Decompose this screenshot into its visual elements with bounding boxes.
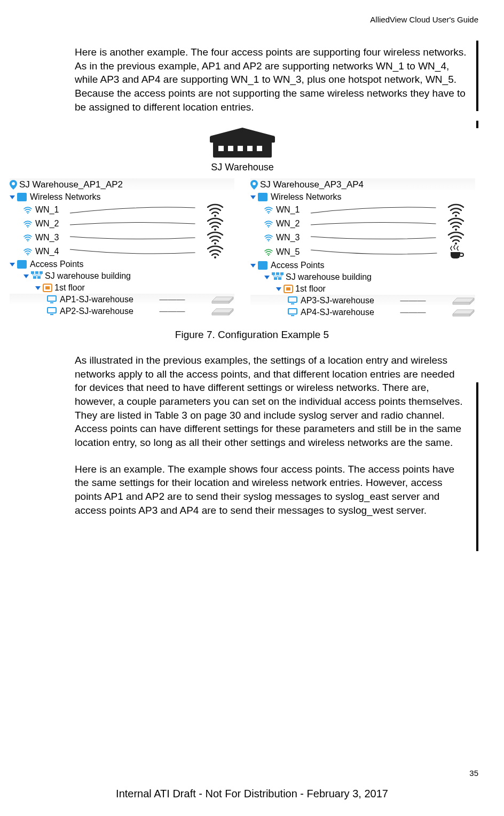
switch-icon bbox=[211, 295, 234, 304]
ap-header: Access Points bbox=[10, 258, 234, 270]
location-row: SJ Warehouse_AP3_AP4 bbox=[250, 178, 475, 191]
network-name: WN_3 bbox=[35, 233, 59, 242]
wifi-small-icon bbox=[264, 234, 273, 241]
connector-line: ——— bbox=[159, 295, 185, 304]
wifi-icon bbox=[447, 203, 464, 217]
folder-icon bbox=[17, 260, 27, 269]
access-points-label: Access Points bbox=[30, 260, 83, 269]
wifi-icon bbox=[207, 203, 224, 217]
ap-name: AP2-SJ-warehouse bbox=[60, 307, 133, 316]
wifi-small-icon bbox=[23, 206, 32, 214]
floor-label: 1st floor bbox=[295, 284, 326, 294]
wifi-icon bbox=[207, 245, 224, 258]
svg-rect-42 bbox=[272, 272, 275, 275]
building-label: SJ warehouse building bbox=[45, 271, 131, 281]
monitor-icon bbox=[47, 307, 57, 316]
wireless-networks-label: Wireless Networks bbox=[271, 192, 341, 202]
footer-note: Internal ATI Draft - Not For Distributio… bbox=[0, 788, 504, 800]
svg-rect-45 bbox=[274, 277, 277, 280]
building-label: SJ Warehouse bbox=[208, 162, 277, 173]
network-name: WN_1 bbox=[35, 205, 59, 215]
change-bar bbox=[476, 121, 478, 128]
connector-line: ——— bbox=[400, 308, 426, 317]
svg-rect-18 bbox=[35, 271, 38, 274]
connector-line bbox=[304, 205, 443, 215]
expand-icon bbox=[250, 264, 256, 268]
expand-icon bbox=[276, 287, 281, 291]
wifi-small-icon bbox=[23, 248, 32, 255]
floor-icon bbox=[284, 285, 293, 293]
building-row: SJ warehouse building bbox=[250, 271, 475, 283]
svg-rect-49 bbox=[288, 297, 297, 302]
svg-rect-3 bbox=[218, 146, 224, 151]
svg-point-9 bbox=[27, 213, 28, 214]
network-name: WN_3 bbox=[276, 233, 300, 242]
change-bar bbox=[476, 41, 478, 111]
wifi-small-icon bbox=[23, 234, 32, 241]
svg-marker-57 bbox=[453, 314, 470, 316]
monitor-icon bbox=[47, 295, 57, 304]
monitor-icon bbox=[288, 296, 297, 305]
network-row: WN_1 bbox=[250, 203, 475, 217]
svg-point-15 bbox=[27, 254, 28, 255]
connector-line bbox=[63, 232, 202, 243]
svg-rect-46 bbox=[278, 277, 281, 280]
connector-line bbox=[63, 246, 202, 257]
svg-marker-52 bbox=[453, 302, 470, 304]
network-row: WN_2 bbox=[250, 217, 475, 231]
ap-row: AP3-SJ-warehouse ——— bbox=[250, 295, 475, 307]
wifi-small-icon bbox=[264, 206, 273, 214]
org-icon bbox=[31, 271, 43, 281]
svg-marker-27 bbox=[212, 301, 229, 303]
svg-rect-5 bbox=[238, 146, 243, 151]
building-row: SJ warehouse building bbox=[10, 270, 234, 282]
switch-icon bbox=[211, 307, 234, 316]
wifi-icon bbox=[207, 231, 224, 245]
svg-point-8 bbox=[12, 182, 15, 185]
network-name: WN_4 bbox=[35, 247, 59, 256]
connector-line bbox=[304, 218, 443, 229]
network-name: WN_1 bbox=[276, 205, 300, 215]
org-icon bbox=[272, 272, 284, 282]
floor-label: 1st floor bbox=[54, 283, 85, 293]
ap-name: AP1-SJ-warehouse bbox=[60, 295, 133, 304]
svg-marker-2 bbox=[210, 128, 275, 136]
change-bar bbox=[476, 382, 478, 551]
network-row: WN_5 bbox=[250, 245, 475, 260]
ap-row: AP1-SJ-warehouse ——— bbox=[10, 294, 234, 305]
monitor-icon bbox=[288, 308, 297, 317]
location-label: SJ Warehouse_AP1_AP2 bbox=[19, 179, 123, 190]
wifi-icon bbox=[447, 231, 464, 245]
svg-point-11 bbox=[27, 226, 28, 227]
wireless-header: Wireless Networks bbox=[10, 191, 234, 203]
ap-row: AP2-SJ-warehouse ——— bbox=[10, 305, 234, 317]
svg-marker-32 bbox=[212, 313, 229, 315]
expand-icon bbox=[264, 276, 270, 279]
wifi-small-icon bbox=[264, 220, 273, 227]
wifi-icon bbox=[447, 217, 464, 231]
network-name: WN_2 bbox=[35, 219, 59, 229]
svg-rect-6 bbox=[247, 146, 253, 151]
svg-point-13 bbox=[27, 240, 28, 241]
expand-icon bbox=[10, 195, 15, 199]
figure-caption: Figure 7. Configuration Example 5 bbox=[26, 329, 478, 341]
network-row: WN_3 bbox=[10, 231, 234, 245]
svg-rect-21 bbox=[37, 276, 41, 279]
pin-icon bbox=[250, 180, 258, 190]
network-row: WN_4 bbox=[10, 245, 234, 258]
network-name: WN_5 bbox=[276, 247, 300, 257]
page-header: AlliedView Cloud User's Guide bbox=[26, 15, 478, 24]
wireless-networks-label: Wireless Networks bbox=[30, 192, 100, 202]
tree-right: SJ Warehouse_AP3_AP4 Wireless Networks W… bbox=[250, 178, 475, 318]
wifi-small-icon bbox=[264, 248, 273, 256]
svg-rect-30 bbox=[50, 314, 53, 315]
svg-point-39 bbox=[268, 240, 269, 241]
access-points-label: Access Points bbox=[271, 261, 324, 270]
ap-name: AP4-SJ-warehouse bbox=[301, 308, 374, 317]
switch-icon bbox=[452, 308, 475, 317]
svg-rect-24 bbox=[48, 296, 56, 301]
connector-line bbox=[63, 205, 202, 215]
wireless-header: Wireless Networks bbox=[250, 191, 475, 203]
svg-point-35 bbox=[268, 213, 269, 214]
svg-rect-44 bbox=[280, 272, 284, 275]
